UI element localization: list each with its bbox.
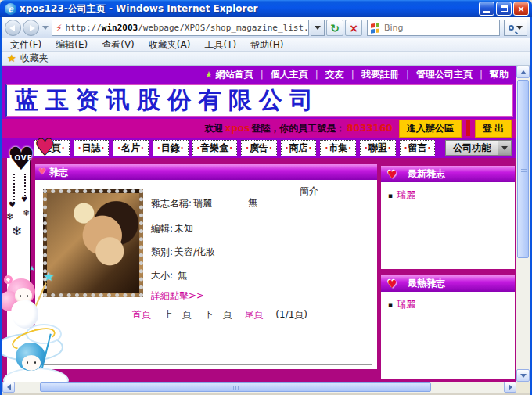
employee-number: 8033160 (347, 123, 392, 134)
scroll-up-button[interactable] (516, 66, 530, 78)
menu-tools[interactable]: 工具(T) (204, 38, 236, 52)
page-viewport: ★網站首頁個人主頁交友我要註冊管理公司主頁幫助 蓝玉资讯股份有限公司 欢迎 xp… (2, 66, 516, 382)
field-editor: 編輯:未知 (151, 222, 193, 235)
tab-shop[interactable]: 商店 (281, 140, 317, 156)
stop-icon: × (349, 22, 358, 34)
angel-eye (34, 361, 36, 364)
logout-button[interactable]: 登 出 (475, 120, 512, 138)
menu-help[interactable]: 帮助(H) (250, 38, 283, 52)
hot-magazines-title: 最熱雜志 (408, 278, 445, 289)
page-prev-link[interactable]: 上一頁 (164, 309, 192, 320)
vertical-scrollbar-thumb[interactable] (517, 80, 529, 258)
scroll-right-button[interactable] (504, 382, 516, 393)
magazine-panel-header: ♥ 雜志 (35, 164, 377, 180)
arrow-left-icon (7, 384, 11, 390)
company-function-select[interactable]: 公司功能 (445, 140, 512, 156)
back-button[interactable] (5, 20, 21, 36)
refresh-icon: ↻ (330, 22, 340, 34)
minimize-icon (483, 11, 490, 13)
horizontal-scrollbar-thumb[interactable] (40, 382, 431, 392)
favorites-button[interactable]: 收藏夹 (20, 52, 49, 65)
scrollbar-grip (521, 169, 527, 170)
company-banner: 蓝玉资讯股份有限公司 (5, 84, 513, 117)
nav-personal-home[interactable]: 個人主頁 (253, 69, 308, 80)
latest-magazines-header: ♥ 最新雜志 (381, 166, 515, 182)
tab-home[interactable]: 主頁 (34, 140, 70, 156)
forward-button[interactable] (23, 20, 39, 36)
refresh-button[interactable]: ↻ (326, 20, 343, 36)
search-box[interactable] (367, 20, 500, 36)
main-area: ♥ 雜志 簡介 無 雜志名稱:瑞麗 編輯:未知 類別:美容/化妝 大小: 無 詳… (2, 158, 516, 382)
menu-bar: 文件(F) 编辑(E) 查看(V) 收藏夹(A) 工具(T) 帮助(H) (2, 38, 530, 52)
heart-icon: ♥ (38, 164, 46, 180)
nav-help[interactable]: 幫助 (473, 69, 509, 80)
menu-file[interactable]: 文件(F) (10, 38, 41, 52)
nav-register[interactable]: 我要註冊 (344, 69, 399, 80)
heart-icon: ♥ (387, 276, 397, 293)
nav-manage-company[interactable]: 管理公司主頁 (399, 69, 473, 80)
magazine-panel-body: 簡介 無 雜志名稱:瑞麗 編輯:未知 類別:美容/化妝 大小: 無 詳細點擊>>… (35, 180, 377, 369)
tab-message[interactable]: 留言 (400, 140, 436, 156)
tab-alliance[interactable]: 聯盟 (360, 140, 396, 156)
page-last-link[interactable]: 尾頁 (244, 309, 263, 320)
vertical-scrollbar[interactable] (516, 66, 530, 382)
hot-magazines-body: ▪ 瑞麗 (381, 292, 515, 379)
horizontal-scrollbar[interactable] (2, 382, 516, 393)
select-arrow-button[interactable] (498, 141, 511, 155)
menu-view[interactable]: 查看(V) (102, 38, 135, 52)
history-dropdown[interactable] (42, 26, 49, 30)
welcome-text: 登陸，你的員工號是： (251, 122, 345, 135)
detail-link[interactable]: 詳細點擊>> (151, 289, 204, 303)
address-dropdown-button[interactable] (311, 20, 325, 36)
arrow-up-icon (520, 70, 527, 74)
list-item[interactable]: ▪ 瑞麗 (388, 189, 508, 202)
search-icon (509, 25, 514, 31)
menu-favorites[interactable]: 收藏夹(A) (149, 38, 191, 52)
scroll-down-button[interactable] (516, 369, 530, 382)
tab-blog[interactable]: 日誌 (74, 140, 110, 156)
latest-magazines-title: 最新雜志 (408, 168, 445, 179)
minimize-button[interactable] (479, 2, 494, 16)
pagination: 首頁 上一頁 下一頁 尾頁 (1/1頁) (132, 308, 317, 321)
nav-site-home[interactable]: 網站首頁 (216, 69, 253, 80)
window-frame-left (0, 16, 2, 395)
tab-card[interactable]: 名片 (113, 140, 149, 156)
search-button[interactable] (504, 20, 527, 36)
page-icon: ⚡ (56, 23, 62, 34)
field-size: 大小: 無 (151, 269, 187, 282)
page-next-link[interactable]: 下一頁 (204, 309, 232, 320)
stop-button[interactable]: × (345, 20, 362, 36)
favorites-star-icon: ★ (7, 52, 16, 64)
page-info: (1/1頁) (275, 309, 307, 320)
site-top-nav: ★網站首頁個人主頁交友我要註冊管理公司主頁幫助 (2, 66, 516, 83)
title-bar[interactable]: e xpos123-公司主页 - Windows Internet Explor… (0, 0, 532, 17)
arrow-down-icon (520, 374, 527, 378)
menu-edit[interactable]: 编辑(E) (56, 38, 88, 52)
search-options-icon (516, 26, 523, 30)
tab-ads[interactable]: 廣告 (241, 140, 277, 156)
back-icon (9, 25, 15, 31)
tab-musicbox[interactable]: 音樂盒 (192, 140, 238, 156)
close-button[interactable]: × (513, 2, 529, 16)
enter-office-button[interactable]: 進入辦公區 (399, 120, 462, 138)
angel-eye (27, 361, 28, 364)
company-function-label: 公司功能 (446, 142, 498, 155)
tab-market[interactable]: 市集 (320, 140, 356, 156)
latest-magazines-body: ▪ 瑞麗 (381, 182, 515, 269)
nav-friends[interactable]: 交友 (308, 69, 344, 80)
list-item[interactable]: ▪ 瑞麗 (388, 298, 508, 311)
magazine-photo[interactable] (43, 189, 143, 297)
search-input[interactable] (384, 23, 496, 33)
tab-catalog[interactable]: 目錄 (153, 140, 189, 156)
scroll-left-button[interactable] (2, 382, 15, 393)
hot-magazines-header: ♥ 最熱雜志 (381, 275, 515, 292)
magazine-link[interactable]: 瑞麗 (397, 298, 415, 311)
maximize-button[interactable] (496, 2, 512, 16)
magazine-link[interactable]: 瑞麗 (397, 189, 415, 202)
tab-row: 主頁 日誌 名片 目錄 音樂盒 廣告 商店 市集 聯盟 留言 公司功能 ▸ 未取… (2, 138, 516, 158)
close-icon: × (517, 4, 524, 14)
page-first-link[interactable]: 首頁 (132, 309, 151, 320)
address-bar[interactable]: ⚡ http://win2003/webpage/XPOS/shop_magaz… (52, 20, 309, 36)
chevron-down-icon (501, 146, 508, 150)
field-name: 雜志名稱:瑞麗 (151, 197, 212, 210)
